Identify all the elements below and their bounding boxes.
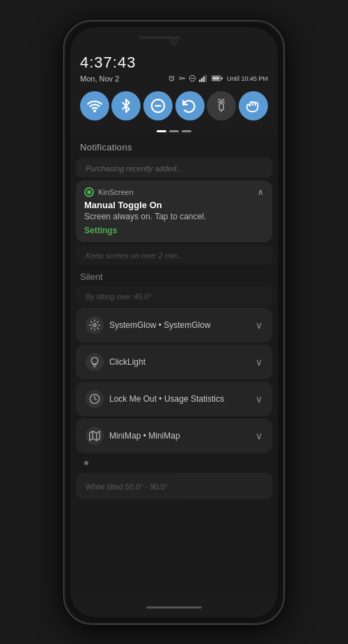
key-icon — [178, 74, 186, 82]
lockmeout-chevron-icon: ∨ — [255, 393, 262, 405]
phone-screen: 4:37:43 Mon, Nov 2 — [70, 27, 278, 618]
svg-point-1 — [180, 77, 182, 80]
svg-rect-5 — [203, 77, 205, 82]
kinscreen-collapse-btn[interactable]: ∧ — [258, 187, 264, 197]
qs-dot-1 — [157, 130, 166, 132]
svg-rect-4 — [201, 78, 203, 82]
svg-point-10 — [94, 110, 95, 111]
minus-circle-icon — [189, 74, 196, 82]
camera-dot — [171, 38, 177, 45]
tilted-row-text: While tilted 50.0° - 90.0° — [86, 482, 168, 491]
lockmeout-notification[interactable]: Lock Me Out • Usage Statistics ∨ — [76, 382, 272, 416]
systemglow-chevron-icon: ∨ — [255, 320, 262, 331]
minimap-left: MiniMap • MiniMap — [86, 427, 180, 445]
minimap-notification[interactable]: MiniMap • MiniMap ∨ — [76, 418, 272, 453]
clock-display: 4:37:43 — [80, 54, 136, 72]
clicklight-title: ClickLight — [109, 357, 145, 367]
bg-notif-3-text: By tilting over 45.0° — [86, 292, 152, 301]
systemglow-left: SystemGlow • SystemGlow — [86, 316, 211, 334]
battery-icon — [212, 74, 223, 82]
rotate-tile[interactable] — [175, 91, 205, 120]
bg-notif-2: Keep screen on over 2 min... — [76, 245, 272, 265]
lockmeout-title: Lock Me Out • Usage Statistics — [109, 394, 224, 404]
notifications-header: Notifications — [70, 135, 278, 157]
systemglow-title: SystemGlow • SystemGlow — [109, 320, 211, 330]
bg-notif-3: By tilting over 45.0° — [76, 286, 272, 306]
phone-device: 4:37:43 Mon, Nov 2 — [63, 19, 285, 625]
kinscreen-app-name: KinScreen — [98, 188, 134, 196]
clicklight-notification[interactable]: ClickLight ∨ — [76, 345, 272, 379]
clicklight-chevron-icon: ∨ — [255, 356, 262, 368]
bg-notif-2-text: Keep screen on over 2 min... — [86, 251, 184, 260]
qs-scroll-indicator — [70, 127, 278, 135]
rotate-icon — [182, 98, 198, 113]
bluetooth-icon — [119, 99, 133, 113]
phone-inner: 4:37:43 Mon, Nov 2 — [70, 27, 278, 618]
kinscreen-icon-dot — [87, 190, 91, 194]
kinscreen-body: Screen always on. Tap to cancel. — [84, 212, 264, 221]
systemglow-notification[interactable]: SystemGlow • SystemGlow ∨ — [76, 308, 272, 343]
tilted-row-notification: While tilted 50.0° - 90.0° — [76, 473, 272, 499]
minimap-title: MiniMap • MiniMap — [109, 431, 180, 441]
kinscreen-notification[interactable]: KinScreen ∧ Manual Toggle On Screen alwa… — [76, 180, 272, 242]
svg-rect-6 — [205, 74, 207, 82]
bluetooth-tile[interactable] — [111, 91, 141, 120]
kinscreen-app-icon — [84, 187, 94, 197]
dnd-tile[interactable] — [143, 91, 173, 120]
wifi-tile[interactable] — [80, 91, 109, 120]
torch-tile[interactable] — [207, 91, 236, 120]
svg-rect-13 — [219, 104, 223, 110]
torch-icon — [215, 98, 228, 113]
silent-section-header: Silent — [70, 266, 278, 285]
clicklight-left: ClickLight — [86, 353, 145, 371]
svg-rect-3 — [199, 79, 200, 82]
minimap-chevron-icon: ∨ — [255, 430, 262, 441]
status-icons-group: Until 10:45 PM — [168, 74, 268, 82]
kinscreen-title: Manual Toggle On — [84, 200, 264, 210]
systemglow-icon — [86, 316, 104, 334]
svg-rect-9 — [212, 77, 219, 80]
notifications-area[interactable]: Notifications Purchasing recently added.… — [70, 135, 278, 598]
signal-icon — [199, 74, 209, 82]
silent-label: Silent — [80, 272, 103, 282]
alarm-icon — [168, 74, 175, 82]
clicklight-icon — [86, 353, 104, 371]
bottom-nav-bar — [70, 598, 278, 618]
speaker-bar — [139, 36, 181, 39]
home-indicator[interactable] — [146, 606, 202, 608]
gesture-tile[interactable] — [239, 91, 268, 120]
bg-notif-1: Purchasing recently added... — [76, 158, 272, 178]
svg-rect-8 — [221, 77, 223, 79]
kinscreen-app-info: KinScreen — [84, 187, 134, 197]
qs-dot-3 — [182, 130, 191, 132]
dnd-icon — [150, 98, 166, 113]
bullet-dot — [84, 461, 88, 465]
gesture-icon — [246, 98, 261, 113]
minimap-icon — [86, 427, 104, 445]
until-text: Until 10:45 PM — [227, 75, 268, 82]
kinscreen-settings-action[interactable]: Settings — [84, 226, 264, 235]
bullet-dot-container — [70, 455, 278, 471]
date-display: Mon, Nov 2 — [80, 74, 119, 83]
wifi-icon — [87, 98, 102, 113]
lockmeout-icon — [86, 390, 104, 408]
lockmeout-left: Lock Me Out • Usage Statistics — [86, 390, 224, 408]
kinscreen-header: KinScreen ∧ — [84, 187, 264, 197]
qs-dot-2 — [169, 130, 179, 132]
quick-settings-panel — [70, 86, 278, 127]
bg-notif-1-text: Purchasing recently added... — [86, 164, 182, 173]
svg-marker-16 — [90, 431, 100, 440]
svg-point-14 — [93, 324, 96, 327]
